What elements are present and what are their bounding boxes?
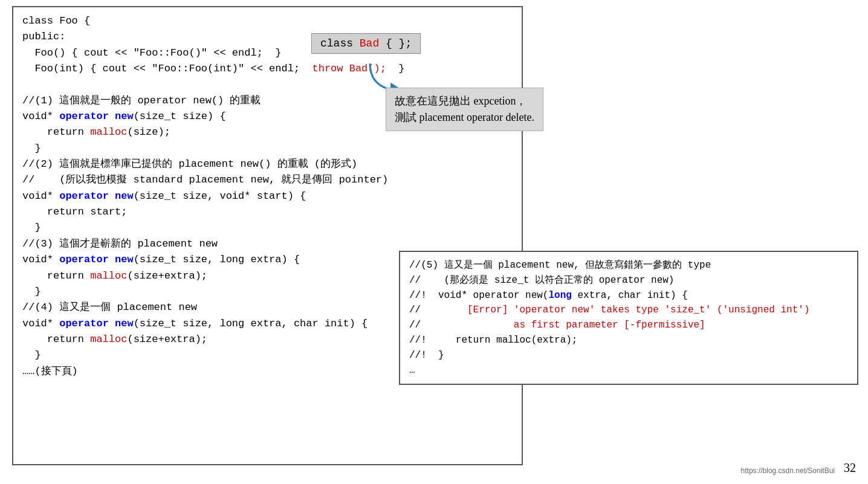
malloc-1: malloc <box>90 126 127 138</box>
class-bad-box: class Bad { }; <box>311 33 421 54</box>
code-line-3: Foo() { cout << "Foo::Foo()" << endl; } <box>22 45 513 61</box>
long-keyword: long <box>548 290 571 301</box>
class-bad-keyword: Bad <box>360 37 379 50</box>
code-line-4: Foo(int) { cout << "Foo::Foo(int)" << en… <box>22 61 513 77</box>
code-line-9: } <box>22 141 513 156</box>
second-code-box: //(5) 這又是一個 placement new, 但故意寫錯第一參數的 ty… <box>399 251 858 385</box>
s-code-line-7: //! } <box>409 348 848 363</box>
code-line-1: class Foo { <box>22 13 513 29</box>
error-line1: [Error] 'operator new' takes type 'size_… <box>467 305 810 315</box>
code-line-11: // (所以我也模擬 standard placement new, 就只是傳回… <box>22 172 513 188</box>
s-code-line-4: // [Error] 'operator new' takes type 'si… <box>409 303 848 318</box>
op-new-2: operator new <box>59 190 133 202</box>
explanation-box: 故意在這兒拋出 expcetion， 測試 placement operator… <box>386 88 543 131</box>
url-text: https://blog.csdn.net/SonitBui <box>741 466 835 475</box>
op-new-1: operator new <box>59 111 133 122</box>
code-line-12: void* operator new(size_t size, void* st… <box>22 189 513 204</box>
op-new-4: operator new <box>59 318 133 329</box>
class-bad-prefix: class <box>320 37 360 50</box>
code-line-2: public: <box>22 29 513 45</box>
s-code-line-8: … <box>409 363 848 378</box>
s-code-line-1: //(5) 這又是一個 placement new, 但故意寫錯第一參數的 ty… <box>409 258 848 273</box>
main-code-box: class Foo { public: Foo() { cout << "Foo… <box>12 6 523 465</box>
code-line-10: //(2) 這個就是標準庫已提供的 placement new() 的重載 (的… <box>22 156 513 172</box>
malloc-2: malloc <box>90 270 127 282</box>
code-line-13: return start; <box>22 204 513 220</box>
class-bad-suffix: { }; <box>379 37 412 50</box>
s-code-line-3: //! void* operator new(long extra, char … <box>409 288 848 303</box>
explanation-line1: 故意在這兒拋出 expcetion， <box>395 93 534 109</box>
s-code-line-2: // (那必須是 size_t 以符合正常的 operator new) <box>409 273 848 288</box>
page-number: 32 <box>844 461 856 475</box>
s-code-line-6: //! return malloc(extra); <box>409 333 848 348</box>
op-new-3: operator new <box>59 254 133 265</box>
s-code-line-5: // as first parameter [-fpermissive] <box>409 318 848 333</box>
code-line-15: //(3) 這個才是嶄新的 placement new <box>22 236 513 252</box>
malloc-3: malloc <box>90 334 127 345</box>
explanation-line2: 測試 placement operator delete. <box>395 109 534 126</box>
code-line-14: } <box>22 220 513 236</box>
error-line2: as first parameter [-fpermissive] <box>514 320 705 331</box>
